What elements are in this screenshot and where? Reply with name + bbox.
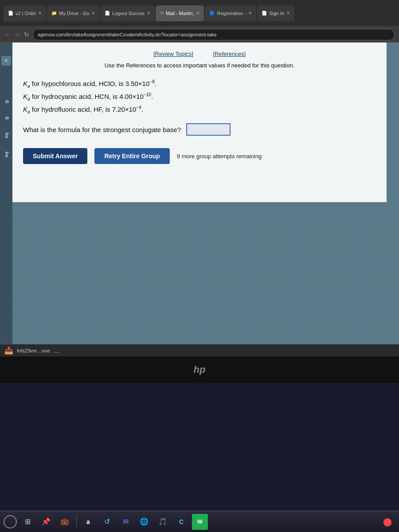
taskbar-c[interactable]: C [173, 514, 189, 530]
ka-text-1: for hypochlorous acid, HClO, is 3.50×10−… [32, 80, 156, 87]
submit-answer-button[interactable]: Submit Answer [23, 148, 87, 164]
buttons-row: Submit Answer Retry Entire Group 9 more … [23, 148, 376, 164]
taskbar-mail[interactable]: ✉ [117, 514, 133, 530]
refresh-button[interactable]: ↻ [24, 31, 29, 38]
ka-label-1: Ka [23, 80, 30, 87]
taskbar-start-button[interactable]: ⊞ [20, 514, 35, 530]
tab-registration[interactable]: 🔵 Registration - ✕ [205, 5, 256, 21]
forward-button[interactable]: → [14, 31, 20, 38]
ka-text-2: for hydrocyanic acid, HCN, is 4.00×10−10… [32, 93, 153, 100]
taskbar: ⊞ 📌 💼 a ↺ ✉ 🌐 🎵 C W ⬤ [0, 511, 399, 532]
taskbar-pin1[interactable]: 📌 [38, 514, 54, 530]
taskbar-end-item[interactable]: ⬤ [379, 514, 395, 530]
page-background: < g g eq eq [Review Topics] [References]… [0, 43, 399, 344]
tabs-row: 📄 v2 | Onlin ✕ 📁 My Drive - Go ✕ 📄 Logou… [4, 5, 395, 21]
tab-signin[interactable]: 📄 Sign In ✕ [257, 5, 294, 21]
sidebar-label-eq2: eq [4, 152, 9, 157]
ka-text-3: for hydrofluoric acid, HF, is 7.20×10−4. [32, 106, 143, 113]
taskbar-refresh[interactable]: ↺ [99, 514, 115, 530]
answer-line: What is the formula for the strongest co… [23, 123, 376, 136]
sidebar-label-g1: g [4, 100, 9, 103]
taskbar-music[interactable]: 🎵 [155, 514, 171, 530]
sidebar-label-eq1: eq [4, 133, 9, 138]
tab-v2online[interactable]: 📄 v2 | Onlin ✕ [4, 5, 46, 21]
close-tab-3[interactable]: ✕ [196, 11, 200, 16]
download-filename: fofsZ9vvr....exe [17, 348, 50, 353]
left-sidebar: < g g eq eq [0, 43, 12, 344]
ka-line-2: Ka for hydrocyanic acid, HCN, is 4.00×10… [23, 90, 376, 103]
close-tab-4[interactable]: ✕ [248, 11, 252, 16]
sidebar-labels: g g eq eq [4, 87, 9, 157]
tab-logout[interactable]: 📄 Logout Succes ✕ [100, 5, 155, 21]
retry-entire-group-button[interactable]: Retry Entire Group [94, 148, 169, 164]
question-text: What is the formula for the strongest co… [23, 124, 181, 136]
close-tab-5[interactable]: ✕ [286, 11, 290, 16]
download-file-icon: 📥 [4, 346, 13, 355]
close-tab-0[interactable]: ✕ [38, 11, 42, 16]
ka-line-1: Ka for hypochlorous acid, HClO, is 3.50×… [23, 78, 376, 90]
taskbar-search-button[interactable] [4, 515, 17, 528]
references-link[interactable]: [References] [213, 51, 246, 57]
sidebar-collapse-button[interactable]: < [1, 56, 11, 66]
address-bar-row: ← → ↻ agenow.com/ilrn/takeAssignment/tak… [0, 27, 399, 43]
ka-label-3: Ka [23, 106, 30, 113]
hp-logo: hp [194, 364, 206, 376]
browser-chrome: 📄 v2 | Onlin ✕ 📁 My Drive - Go ✕ 📄 Logou… [0, 0, 399, 27]
use-refs-text: Use the References to access important v… [23, 62, 376, 69]
tab-mail[interactable]: ✉ Mail - Martin, ✕ [156, 5, 204, 21]
question-body: Ka for hypochlorous acid, HClO, is 3.50×… [23, 78, 376, 136]
attempts-remaining-text: 9 more group attempts remaining [177, 153, 262, 160]
sidebar-label-g2: g [4, 117, 9, 120]
address-bar[interactable]: agenow.com/ilrn/takeAssignment/takeCoval… [33, 29, 395, 40]
review-topics-link[interactable]: [Review Topics] [153, 51, 193, 57]
taskbar-browser[interactable]: 🌐 [136, 514, 152, 530]
taskbar-folder[interactable]: 💼 [57, 514, 73, 530]
taskbar-separator-1 [76, 515, 77, 528]
back-button[interactable]: ← [4, 31, 11, 38]
tab-mydrive[interactable]: 📁 My Drive - Go ✕ [47, 5, 99, 21]
chevron-left-icon: < [4, 58, 8, 64]
laptop-bezel-bottom: hp [0, 356, 399, 383]
ka-line-3: Ka for hydrofluoric acid, HF, is 7.20×10… [23, 103, 376, 116]
download-bar: 📥 fofsZ9vvr....exe ... [0, 344, 399, 356]
close-tab-2[interactable]: ✕ [147, 11, 150, 16]
download-options-button[interactable]: ... [54, 347, 59, 355]
answer-input[interactable] [186, 123, 231, 136]
question-card: [Review Topics] [References] Use the Ref… [12, 43, 387, 202]
taskbar-a[interactable]: a [80, 514, 96, 530]
ka-label-2: Ka [23, 93, 30, 100]
close-tab-1[interactable]: ✕ [91, 11, 95, 16]
taskbar-w[interactable]: W [192, 514, 208, 530]
address-text: agenow.com/ilrn/takeAssignment/takeCoval… [38, 32, 217, 37]
review-refs-bar: [Review Topics] [References] [23, 50, 376, 58]
